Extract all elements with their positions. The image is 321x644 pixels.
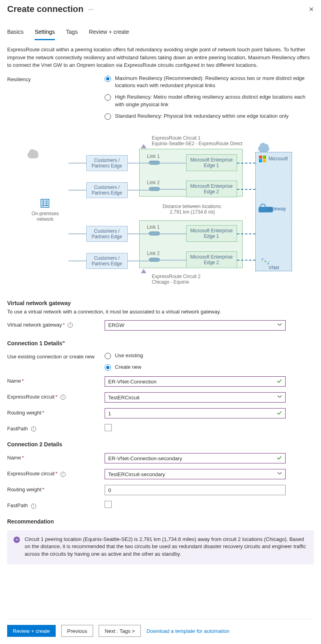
triangle-icon bbox=[141, 269, 146, 273]
required-icon: * bbox=[22, 455, 24, 461]
info-icon[interactable]: i bbox=[60, 395, 66, 400]
conn1-option-text: Use existing bbox=[115, 352, 143, 360]
cloud-icon bbox=[258, 146, 269, 152]
diagram-mee-box: Microsoft Enterprise Edge 2 bbox=[186, 251, 237, 268]
resiliency-option-maximum[interactable]: Maximum Resiliency (Recommended): Resili… bbox=[105, 75, 314, 90]
vng-desc: To use a virtual network with a connecti… bbox=[7, 309, 314, 315]
conn1-weight-input[interactable]: 1 bbox=[105, 408, 286, 418]
diagram-circuit2-title: ExpressRoute Circuit 2 bbox=[152, 274, 232, 279]
diagram-cpe-box: Customers / Partners Edge bbox=[86, 226, 128, 242]
conn2-circuit-label: ExpressRoute circuit bbox=[7, 471, 54, 477]
required-icon: * bbox=[42, 486, 44, 492]
intro-text: ExpressRoute circuit within a peering lo… bbox=[7, 46, 314, 69]
diagram-link-label: Link 2 bbox=[147, 251, 160, 256]
conn1-option-existing[interactable]: Use existing bbox=[105, 352, 314, 360]
diagram-link-label: Link 2 bbox=[147, 180, 160, 185]
more-actions-icon[interactable]: ⋯ bbox=[88, 6, 94, 12]
building-icon bbox=[41, 199, 49, 208]
radio-icon bbox=[105, 364, 111, 371]
conn1-name-value: ER-VNet-Connection bbox=[108, 379, 156, 385]
conn2-weight-input[interactable]: 0 bbox=[105, 485, 286, 495]
conn1-name-label: Name bbox=[7, 378, 21, 384]
microsoft-logo-icon bbox=[259, 156, 266, 163]
conn2-weight-value: 0 bbox=[108, 487, 111, 493]
tab-review[interactable]: Review + create bbox=[89, 26, 129, 40]
topology-diagram: ExpressRoute Circuit 1 Equinix-Seattle-S… bbox=[21, 135, 300, 290]
conn1-fastpath-label: FastPath bbox=[7, 426, 28, 432]
tab-bar: Basics Settings Tags Review + create bbox=[0, 26, 321, 40]
check-icon bbox=[276, 455, 282, 462]
diagram-cpe-box: Customers / Partners Edge bbox=[86, 253, 128, 269]
info-icon[interactable]: i bbox=[31, 426, 36, 432]
diagram-cpe-box: Customers / Partners Edge bbox=[86, 182, 128, 198]
required-icon: * bbox=[55, 471, 57, 477]
info-icon[interactable]: i bbox=[68, 323, 73, 328]
conn1-heading: Connection 1 Details" bbox=[7, 340, 314, 346]
diagram-onprem-line1: On-premises bbox=[25, 211, 65, 216]
info-icon[interactable]: i bbox=[31, 504, 36, 509]
link-pill-icon bbox=[149, 258, 160, 262]
conn2-heading: Connection 2 Details bbox=[7, 441, 314, 447]
diagram-distance-line2: 2,791 km (1734.6 mi) bbox=[153, 209, 232, 215]
triangle-icon bbox=[141, 144, 146, 148]
compass-icon: ➣ bbox=[14, 537, 20, 543]
diagram-onprem-line2: network bbox=[25, 216, 65, 222]
info-icon[interactable]: i bbox=[60, 472, 66, 477]
tab-settings[interactable]: Settings bbox=[35, 26, 55, 40]
link-pill-icon bbox=[149, 232, 160, 235]
diagram-circuit1-sub: Equinix-Seattle-SE2 - ExpressRoute Direc… bbox=[152, 141, 255, 146]
resiliency-option-text: Maximum Resiliency (Recommended): Resili… bbox=[115, 75, 314, 90]
page-title: Create connection bbox=[7, 4, 84, 14]
link-pill-icon bbox=[149, 161, 160, 165]
conn2-circuit-dropdown[interactable]: TestERCircuit-secondary bbox=[105, 469, 286, 479]
link-pill-icon bbox=[149, 187, 160, 191]
diagram-circuit2-sub: Chicago - Equinix bbox=[152, 279, 232, 285]
radio-icon bbox=[105, 353, 111, 359]
conn1-name-input[interactable]: ER-VNet-Connection bbox=[105, 376, 286, 387]
required-icon: * bbox=[22, 378, 24, 384]
conn1-fastpath-checkbox[interactable] bbox=[105, 424, 112, 431]
required-icon: * bbox=[63, 322, 65, 328]
conn2-name-value: ER-VNet-Connection-secondary bbox=[108, 455, 182, 461]
review-create-button[interactable]: Review + create bbox=[7, 625, 56, 637]
download-template-link[interactable]: Download a template for automation bbox=[146, 628, 230, 634]
radio-icon bbox=[105, 76, 111, 82]
radio-icon bbox=[105, 94, 111, 101]
resiliency-option-standard[interactable]: Standard Resiliency: Physical link redun… bbox=[105, 113, 314, 120]
vng-heading: Virtual network gateway bbox=[7, 300, 314, 306]
diagram-vnet-label: VNet bbox=[260, 265, 288, 270]
next-button[interactable]: Next : Tags > bbox=[99, 625, 141, 637]
tab-basics[interactable]: Basics bbox=[7, 26, 23, 40]
diagram-link-label: Link 1 bbox=[147, 224, 160, 230]
tab-tags[interactable]: Tags bbox=[66, 26, 78, 40]
conn1-weight-label: Routing weight bbox=[7, 410, 41, 416]
vng-value: ERGW bbox=[108, 322, 124, 328]
chevron-down-icon bbox=[277, 394, 282, 400]
previous-button[interactable]: Previous bbox=[61, 625, 93, 637]
conn2-name-input[interactable]: ER-VNet-Connection-secondary bbox=[105, 453, 286, 463]
resiliency-option-text: Standard Resiliency: Physical link redun… bbox=[115, 113, 288, 120]
radio-icon bbox=[105, 113, 111, 120]
diagram-link-label: Link 1 bbox=[147, 154, 160, 159]
conn1-circuit-label: ExpressRoute circuit bbox=[7, 394, 54, 400]
diagram-microsoft-label: Microsoft bbox=[268, 156, 288, 161]
resiliency-option-high[interactable]: High Resiliency: Metro model offering re… bbox=[105, 93, 314, 109]
diagram-mee-box: Microsoft Enterprise Edge 2 bbox=[186, 181, 237, 197]
diagram-cpe-box: Customers / Partners Edge bbox=[86, 155, 128, 171]
lock-icon bbox=[259, 204, 267, 212]
required-icon: * bbox=[55, 394, 57, 400]
reco-heading: Recommendation bbox=[7, 518, 314, 525]
vng-dropdown[interactable]: ERGW bbox=[105, 320, 286, 331]
recommendation-box: ➣ Circuit 1 peering location (Equinix-Se… bbox=[7, 530, 314, 565]
diagram-distance-line1: Distance between locations: bbox=[153, 204, 232, 209]
cloud-icon bbox=[27, 152, 39, 158]
recommendation-text: Circuit 1 peering location (Equinix-Seat… bbox=[25, 536, 307, 558]
conn2-fastpath-checkbox[interactable] bbox=[105, 501, 112, 508]
close-icon[interactable]: ✕ bbox=[309, 6, 314, 13]
required-icon: * bbox=[42, 410, 44, 416]
conn2-weight-label: Routing weight bbox=[7, 486, 41, 492]
conn1-circuit-dropdown[interactable]: TestERCircuit bbox=[105, 392, 286, 403]
resiliency-label: Resiliency bbox=[7, 75, 105, 82]
conn1-option-create[interactable]: Create new bbox=[105, 364, 314, 371]
conn2-circuit-value: TestERCircuit-secondary bbox=[108, 471, 165, 477]
